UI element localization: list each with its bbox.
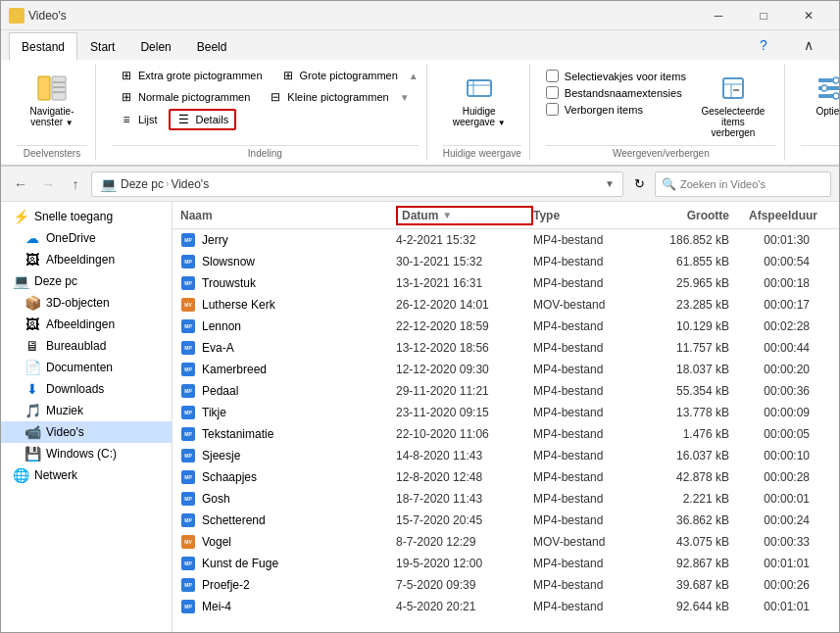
col-naam[interactable]: Naam (180, 209, 396, 222)
refresh-button[interactable]: ↻ (627, 172, 651, 196)
address-bar[interactable]: 💻 Deze pc › Video's ▼ (91, 171, 623, 197)
table-row[interactable]: MP Pedaal 29-11-2020 11:21 MP4-bestand 5… (173, 380, 839, 402)
layout-details[interactable]: ☰ Details (169, 109, 237, 130)
table-row[interactable]: MP Mei-4 4-5-2020 20:21 MP4-bestand 92.6… (173, 596, 839, 617)
breadcrumb: Deze pc › Video's (121, 177, 209, 191)
layout-row-2: ⊞ Normale pictogrammen ⊟ Kleine pictogra… (112, 87, 419, 107)
breadcrumb-deze-pc[interactable]: Deze pc (121, 177, 164, 191)
search-input[interactable] (680, 178, 824, 190)
maximize-button[interactable]: □ (741, 1, 786, 30)
details-label: Details (196, 114, 229, 125)
checkbox-selectievakjes[interactable]: Selectievakjes voor items (546, 70, 686, 82)
tab-beeld[interactable]: Beeld (184, 32, 240, 60)
help-button[interactable]: ? (741, 30, 786, 60)
layout-lijst[interactable]: ≡ Lijst (112, 110, 165, 129)
downloads-label: Downloads (46, 382, 104, 396)
layout-groot[interactable]: ⊞ Grote pictogrammen (273, 66, 405, 85)
sidebar-item-deze-pc[interactable]: 💻 Deze pc (1, 270, 172, 292)
sidebar-item-netwerk[interactable]: 🌐 Netwerk (1, 464, 172, 486)
sidebar-item-muziek[interactable]: 🎵 Muziek (1, 400, 172, 421)
up-button[interactable]: ↑ (64, 172, 87, 196)
layout-extra-groot[interactable]: ⊞ Extra grote pictogrammen (112, 66, 270, 85)
table-row[interactable]: MP Kamerbreed 12-12-2020 09:30 MP4-besta… (173, 359, 839, 380)
checkbox-verborgen[interactable]: Verborgen items (546, 103, 686, 116)
table-row[interactable]: MP Slowsnow 30-1-2021 15:32 MP4-bestand … (173, 251, 839, 272)
drop-arrow-1[interactable]: ▲ (409, 71, 419, 81)
sidebar-item-bureaublad[interactable]: 🖥 Bureaublad (1, 335, 172, 357)
netwerk-icon: 🌐 (13, 467, 28, 483)
sidebar-item-videos[interactable]: 📹 Video's (1, 421, 172, 443)
col-type[interactable]: Type (533, 209, 641, 222)
file-type-icon: MP (180, 491, 196, 507)
col-datum-label: Datum (402, 209, 438, 222)
file-name-text: Slowsnow (202, 255, 255, 268)
navigatievenster-button[interactable]: Navigatie­venster ▼ (17, 66, 87, 132)
details-icon: ☰ (176, 112, 192, 127)
verborgen-input[interactable] (546, 103, 559, 116)
file-name-cell: MP Tekstanimatie (180, 426, 396, 442)
folder-icon (9, 8, 25, 24)
deze-pc-label: Deze pc (34, 274, 77, 288)
drop-arrow-2[interactable]: ▼ (400, 92, 410, 103)
extensies-label: Bestandsnaamextensies (565, 87, 682, 99)
address-dropdown-arrow[interactable]: ▼ (605, 178, 615, 189)
table-row[interactable]: MV Lutherse Kerk 26-12-2020 14:01 MOV-be… (173, 294, 839, 316)
ribbon-collapse-button[interactable]: ∧ (786, 30, 831, 60)
table-row[interactable]: MP Tikje 23-11-2020 09:15 MP4-bestand 13… (173, 402, 839, 423)
table-row[interactable]: MP Kunst de Fuge 19-5-2020 12:00 MP4-bes… (173, 553, 839, 574)
sidebar-item-afbeeldingen-1[interactable]: 🖼 Afbeeldingen (1, 249, 172, 270)
sidebar-item-downloads[interactable]: ⬇ Downloads (1, 378, 172, 400)
tab-bestand[interactable]: Bestand (9, 32, 77, 60)
forward-button[interactable]: → (36, 172, 60, 196)
extensies-input[interactable] (546, 86, 559, 99)
sidebar-item-snelle-toegang[interactable]: ⚡ Snelle toegang (1, 206, 172, 227)
table-row[interactable]: MP Tekstanimatie 22-10-2020 11:06 MP4-be… (173, 423, 839, 445)
col-grootte[interactable]: Grootte (641, 209, 729, 222)
breadcrumb-videos[interactable]: Video's (171, 177, 209, 191)
layout-klein[interactable]: ⊟ Kleine pictogrammen (261, 87, 395, 107)
file-type-cell: MP4-bestand (533, 513, 641, 527)
sidebar-item-documenten[interactable]: 📄 Documenten (1, 357, 172, 378)
table-row[interactable]: MP Trouwstuk 13-1-2021 16:31 MP4-bestand… (173, 272, 839, 294)
sidebar-item-3d[interactable]: 📦 3D-objecten (1, 292, 172, 314)
sidebar-item-windows[interactable]: 💾 Windows (C:) (1, 443, 172, 464)
sidebar-item-afbeeldingen-2[interactable]: 🖼 Afbeeldingen (1, 314, 172, 335)
file-size-cell: 25.965 kB (641, 276, 729, 290)
table-row[interactable]: MV Vogel 8-7-2020 12:29 MOV-bestand 43.0… (173, 531, 839, 553)
sidebar-item-onedrive[interactable]: ☁ OneDrive (1, 227, 172, 249)
col-afspeelduur[interactable]: Afspeelduur (729, 209, 817, 222)
table-row[interactable]: MP Gosh 18-7-2020 11:43 MP4-bestand 2.22… (173, 488, 839, 510)
opties-button[interactable]: Opties (801, 66, 840, 122)
table-row[interactable]: MP Schaapjes 12-8-2020 12:48 MP4-bestand… (173, 466, 839, 488)
file-size-cell: 10.129 kB (641, 319, 729, 333)
afbeeldingen-label-2: Afbeeldingen (46, 317, 115, 331)
selectievakjes-input[interactable] (546, 70, 559, 82)
3d-icon: 📦 (25, 295, 40, 311)
file-name-text: Kamerbreed (202, 363, 267, 376)
weergave-label: Huidige weergave ▼ (452, 106, 507, 127)
netwerk-label: Netwerk (34, 468, 77, 482)
tab-start[interactable]: Start (77, 32, 127, 60)
col-datum[interactable]: Datum ▼ (396, 206, 533, 225)
items-verbergen-button[interactable]: Geselecteerde items verbergen (690, 66, 776, 143)
tab-delen[interactable]: Delen (127, 32, 183, 60)
huidige-weergave-button[interactable]: Huidige weergave ▼ (443, 66, 516, 132)
table-row[interactable]: MP Lennon 22-12-2020 18:59 MP4-bestand 1… (173, 316, 839, 337)
file-duration-cell: 00:00:28 (729, 470, 817, 484)
minimize-button[interactable]: ─ (696, 1, 741, 30)
close-button[interactable]: ✕ (786, 1, 831, 30)
group-opties: Opties (793, 64, 840, 161)
klein-icon: ⊟ (268, 89, 283, 105)
table-row[interactable]: MP Proefje-2 7-5-2020 09:39 MP4-bestand … (173, 574, 839, 596)
layout-normaal[interactable]: ⊞ Normale pictogrammen (112, 87, 257, 107)
file-name-cell: MP Schetterend (180, 512, 396, 528)
videos-icon: 📹 (25, 424, 40, 440)
file-name-cell: MP Trouwstuk (180, 275, 396, 291)
back-button[interactable]: ← (9, 172, 32, 196)
table-row[interactable]: MP Schetterend 15-7-2020 20:45 MP4-besta… (173, 510, 839, 531)
table-row[interactable]: MP Jerry 4-2-2021 15:32 MP4-bestand 186.… (173, 229, 839, 251)
bureaublad-icon: 🖥 (25, 338, 40, 354)
table-row[interactable]: MP Eva-A 13-12-2020 18:56 MP4-bestand 11… (173, 337, 839, 359)
table-row[interactable]: MP Sjeesje 14-8-2020 11:43 MP4-bestand 1… (173, 445, 839, 466)
checkbox-extensies[interactable]: Bestandsnaamextensies (546, 86, 686, 99)
